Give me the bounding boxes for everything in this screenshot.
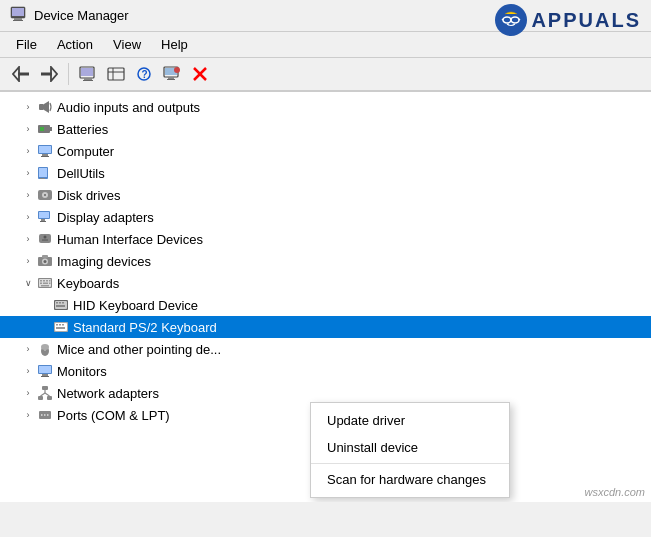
svg-rect-2	[14, 18, 22, 20]
svg-rect-55	[42, 255, 48, 258]
toolbar-btn-2[interactable]	[103, 62, 129, 86]
svg-rect-46	[39, 212, 49, 218]
toolbar-forward-btn[interactable]	[36, 62, 62, 86]
svg-text:?: ?	[142, 69, 148, 80]
svg-rect-85	[38, 396, 43, 400]
tree-item-imaging[interactable]: › Imaging devices	[0, 250, 651, 272]
svg-rect-26	[167, 79, 175, 80]
network-label: Network adapters	[57, 386, 159, 401]
context-menu: Update driver Uninstall device Scan for …	[310, 402, 510, 498]
tree-item-keyboards[interactable]: ∨ Keyboards	[0, 272, 651, 294]
svg-rect-15	[81, 68, 93, 76]
tree-item-batteries[interactable]: › Batteries	[0, 118, 651, 140]
keyboards-label: Keyboards	[57, 276, 119, 291]
svg-rect-25	[168, 77, 174, 79]
context-update-driver[interactable]: Update driver	[311, 407, 509, 434]
toolbar-sep-1	[68, 63, 69, 85]
svg-rect-77	[56, 327, 65, 329]
chevron-display: ›	[20, 209, 36, 225]
svg-rect-3	[13, 20, 23, 21]
menu-help[interactable]: Help	[153, 34, 196, 55]
display-label: Display adapters	[57, 210, 154, 225]
svg-point-44	[44, 194, 46, 196]
tree-item-disk[interactable]: › Disk drives	[0, 184, 651, 206]
tree-item-computer[interactable]: › Computer	[0, 140, 651, 162]
svg-rect-47	[41, 219, 45, 221]
svg-rect-74	[56, 324, 58, 326]
battery-icon	[36, 121, 54, 137]
toolbar-monitor-btn[interactable]	[159, 62, 185, 86]
svg-rect-37	[42, 154, 48, 156]
audio-icon	[36, 99, 54, 115]
chevron-computer: ›	[20, 143, 36, 159]
svg-rect-91	[41, 414, 43, 416]
svg-rect-36	[39, 146, 51, 153]
svg-rect-61	[49, 280, 51, 282]
monitor-icon	[36, 363, 54, 379]
menu-action[interactable]: Action	[49, 34, 101, 55]
svg-rect-33	[50, 127, 52, 131]
tree-item-audio[interactable]: › Audio inputs and outputs	[0, 96, 651, 118]
svg-rect-86	[47, 396, 52, 400]
tree-item-network[interactable]: › Network adapters	[0, 382, 651, 404]
chevron-dellutils: ›	[20, 165, 36, 181]
svg-marker-31	[44, 101, 49, 113]
context-scan-hardware[interactable]: Scan for hardware changes	[311, 466, 509, 493]
mice-icon	[36, 341, 54, 357]
chevron-keyboards: ∨	[20, 275, 36, 291]
hid-keyboard-icon	[52, 297, 70, 313]
dell-icon	[36, 165, 54, 181]
svg-rect-68	[56, 302, 58, 304]
imaging-icon	[36, 253, 54, 269]
tree-item-display[interactable]: › Display adapters	[0, 206, 651, 228]
hid-label: Human Interface Devices	[57, 232, 203, 247]
menu-file[interactable]: File	[8, 34, 45, 55]
ps2-keyboard-icon	[52, 319, 70, 335]
svg-rect-62	[40, 283, 42, 285]
ports-label: Ports (COM & LPT)	[57, 408, 170, 423]
svg-rect-58	[40, 280, 42, 282]
tree-item-mice[interactable]: › Mice and other pointing de...	[0, 338, 651, 360]
context-uninstall-device[interactable]: Uninstall device	[311, 434, 509, 461]
svg-point-79	[41, 344, 49, 350]
disk-label: Disk drives	[57, 188, 121, 203]
chevron-ports: ›	[20, 407, 36, 423]
svg-rect-84	[42, 386, 48, 390]
tree-item-dellutils[interactable]: › DellUtils	[0, 162, 651, 184]
tree-item-hid-keyboard[interactable]: HID Keyboard Device	[0, 294, 651, 316]
tree-item-monitors[interactable]: › Monitors	[0, 360, 651, 382]
hid-keyboard-label: HID Keyboard Device	[73, 298, 198, 313]
svg-rect-92	[44, 414, 46, 416]
appuals-text: APPUALS	[531, 9, 641, 32]
svg-rect-17	[83, 80, 93, 81]
svg-rect-16	[84, 78, 92, 80]
title-bar-text: Device Manager	[34, 8, 129, 23]
chevron-batteries: ›	[20, 121, 36, 137]
toolbar-help-btn[interactable]: ?	[131, 62, 157, 86]
computer-label: Computer	[57, 144, 114, 159]
toolbar-back-btn[interactable]	[8, 62, 34, 86]
tree-item-ps2-keyboard[interactable]: Standard PS/2 Keyboard	[0, 316, 651, 338]
menu-view[interactable]: View	[105, 34, 149, 55]
svg-line-9	[519, 19, 520, 20]
chevron-mice: ›	[20, 341, 36, 357]
svg-rect-48	[40, 221, 46, 222]
svg-rect-38	[41, 156, 49, 157]
dellutils-label: DellUtils	[57, 166, 105, 181]
disk-icon	[36, 187, 54, 203]
svg-line-8	[502, 19, 503, 20]
toolbar-btn-1[interactable]	[75, 62, 101, 86]
svg-rect-65	[41, 285, 49, 287]
svg-rect-18	[108, 68, 124, 80]
toolbar: ?	[0, 58, 651, 92]
monitors-label: Monitors	[57, 364, 107, 379]
svg-rect-11	[18, 73, 29, 76]
svg-rect-76	[62, 324, 64, 326]
svg-line-88	[41, 393, 46, 396]
svg-rect-71	[56, 305, 65, 307]
toolbar-delete-btn[interactable]	[187, 62, 213, 86]
svg-point-50	[44, 236, 47, 239]
tree-item-hid[interactable]: › Human Interface Devices	[0, 228, 651, 250]
svg-rect-40	[39, 168, 47, 177]
imaging-label: Imaging devices	[57, 254, 151, 269]
